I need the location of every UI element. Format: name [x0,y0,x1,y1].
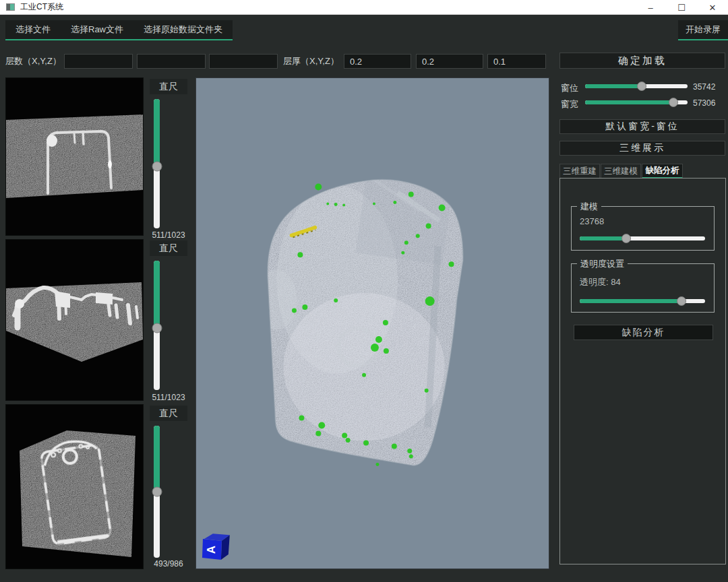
slice-image-1 [6,78,143,235]
layers-z-input[interactable] [209,54,278,69]
slice-slider-3[interactable] [154,426,160,558]
slice-slider-2[interactable] [154,261,160,390]
tab-defect-analysis[interactable]: 缺陷分析 [642,164,683,179]
tab-3d-reconstruction[interactable]: 三维重建 [559,164,600,179]
defect-analysis-button[interactable]: 缺陷分析 [574,325,713,340]
window-width-label: 窗宽 [561,98,584,110]
display-3d-button[interactable]: 三维展示 [559,141,725,156]
slice-slider-handle-3[interactable] [152,487,162,497]
window-width-slider[interactable] [585,100,688,104]
window-level-slider[interactable] [585,84,688,88]
modeling-slider[interactable] [580,236,705,240]
confirm-load-button[interactable]: 确定加载 [559,53,725,69]
transparency-value: 透明度: 84 [580,276,621,288]
transparency-group-title: 透明度设置 [577,258,628,270]
window-level-label: 窗位 [561,82,584,94]
modeling-value: 23768 [580,216,604,226]
3d-render: A [196,78,549,569]
select-raw-data-folder-button[interactable]: 选择原始数据文件夹 [133,20,233,39]
slice-slider-handle-2[interactable] [152,323,162,333]
default-window-button[interactable]: 默认窗宽-窗位 [559,119,725,134]
layers-y-input[interactable] [137,54,206,69]
window-title: 工业CT系统 [20,1,63,13]
app-surface: 选择文件 选择Raw文件 选择原始数据文件夹 开始录屏 层数（X,Y,Z） 层厚… [0,15,728,582]
modeling-slider-handle[interactable] [621,234,631,243]
ruler-button-1[interactable]: 直尺 [150,79,187,94]
close-button[interactable]: ✕ [697,0,728,15]
slice-image-2 [6,240,143,400]
thickness-z-input[interactable] [487,54,546,69]
layers-x-input[interactable] [64,54,133,69]
slice-view-bottom[interactable] [5,404,144,569]
maximize-button[interactable]: ☐ [666,0,697,15]
file-toolbar: 选择文件 选择Raw文件 选择原始数据文件夹 [5,20,233,40]
ruler-button-2[interactable]: 直尺 [150,240,187,256]
window-level-handle[interactable] [637,82,646,91]
ruler-button-3[interactable]: 直尺 [150,406,187,421]
tab-3d-modeling[interactable]: 三维建模 [601,164,641,179]
slice-value-3: 493/986 [144,559,193,569]
transparency-slider[interactable] [580,299,705,303]
layers-label: 层数（X,Y,Z） [5,55,61,67]
slice-image-3 [6,405,143,569]
thickness-label: 层厚（X,Y,Z） [283,55,339,67]
slice-view-middle[interactable] [5,239,144,401]
thickness-y-input[interactable] [416,54,483,69]
minimize-button[interactable]: – [635,0,666,15]
select-raw-file-button[interactable]: 选择Raw文件 [61,20,133,39]
3d-viewport[interactable]: A [195,77,549,569]
titlebar: 工业CT系统 – ☐ ✕ [0,0,728,15]
app-icon [6,3,15,11]
slice-slider-1[interactable] [154,99,160,228]
transparency-slider-handle[interactable] [677,296,686,306]
thickness-x-input[interactable] [344,54,411,69]
defect-analysis-panel: 建模 23768 透明度设置 透明度: 84 缺陷分析 [559,178,726,564]
window-level-value: 35742 [693,82,727,92]
start-recording-button[interactable]: 开始录屏 [678,20,728,40]
slice-value-1: 511/1023 [144,230,193,240]
select-file-button[interactable]: 选择文件 [5,20,61,39]
slice-value-2: 511/1023 [144,393,193,402]
slice-view-top[interactable] [5,77,144,236]
svg-text:A: A [205,546,218,554]
window-width-value: 57306 [693,98,727,108]
modeling-group: 建模 23768 [571,206,715,251]
slice-slider-handle-1[interactable] [152,161,162,171]
transparency-group: 透明度设置 透明度: 84 [571,263,715,313]
modeling-group-title: 建模 [577,201,601,213]
window-width-handle[interactable] [669,98,678,107]
